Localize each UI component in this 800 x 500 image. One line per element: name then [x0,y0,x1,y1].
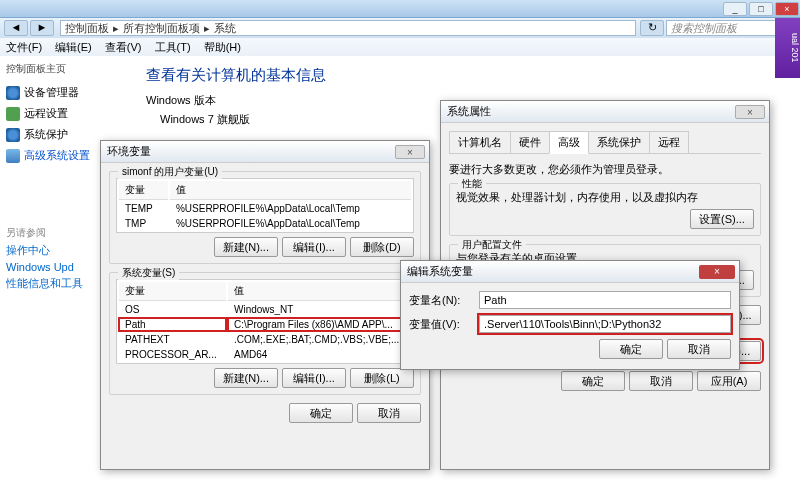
shield-icon [6,128,20,142]
tab-computer-name[interactable]: 计算机名 [449,131,511,153]
tab-advanced[interactable]: 高级 [549,131,589,154]
cancel-button[interactable]: 取消 [629,371,693,391]
ok-button[interactable]: 确定 [289,403,353,423]
var-name-label: 变量名(N): [409,293,479,308]
navigation-bar: ◄ ► 控制面板▸ 所有控制面板项▸ 系统 ↻ 搜索控制面板 [0,18,800,38]
delete-button[interactable]: 删除(D) [350,237,414,257]
ok-button[interactable]: 确定 [599,339,663,359]
tab-strip: 计算机名 硬件 高级 系统保护 远程 [449,131,761,154]
dialog-title: 环境变量 [107,144,423,159]
table-row[interactable]: PATHEXT.COM;.EXE;.BAT;.CMD;.VBS;.VBE;... [119,333,411,346]
sidebar-header: 控制面板主页 [6,62,124,76]
minimize-button[interactable]: _ [723,2,747,16]
shield-icon [6,86,20,100]
menu-bar: 文件(F) 编辑(E) 查看(V) 工具(T) 帮助(H) [0,38,800,56]
maximize-button[interactable]: □ [749,2,773,16]
delete-button[interactable]: 删除(L) [350,368,414,388]
computer-icon [6,149,20,163]
cancel-button[interactable]: 取消 [667,339,731,359]
var-value-input[interactable] [479,315,731,333]
edit-button[interactable]: 编辑(I)... [282,368,346,388]
dialog-titlebar[interactable]: 系统属性 × [441,101,769,123]
new-button[interactable]: 新建(N)... [214,237,278,257]
dialog-titlebar[interactable]: 编辑系统变量 × [401,261,739,283]
profiles-header: 用户配置文件 [458,238,526,252]
crumb[interactable]: 所有控制面板项 [123,21,200,35]
menu-file[interactable]: 文件(F) [6,41,42,53]
tab-protection[interactable]: 系统保护 [588,131,650,153]
settings-button[interactable]: 设置(S)... [690,209,754,229]
cancel-button[interactable]: 取消 [357,403,421,423]
new-button[interactable]: 新建(N)... [214,368,278,388]
env-vars-dialog: 环境变量 × simonf 的用户变量(U) 变量值 TEMP%USERPROF… [100,140,430,470]
var-name-input[interactable] [479,291,731,309]
close-icon[interactable]: × [395,145,425,159]
sys-vars-table[interactable]: 变量值 OSWindows_NT PathC:\Program Files (x… [116,279,414,364]
apply-button[interactable]: 应用(A) [697,371,761,391]
col-variable: 变量 [119,282,226,301]
user-vars-table[interactable]: 变量值 TEMP%USERPROFILE%\AppData\Local\Temp… [116,178,414,233]
user-vars-label: simonf 的用户变量(U) [118,165,222,179]
close-button[interactable]: × [775,2,799,16]
page-title: 查看有关计算机的基本信息 [146,66,784,85]
visual-studio-edge: ual 201 [775,18,800,78]
shield-icon [6,107,20,121]
menu-tools[interactable]: 工具(T) [155,41,191,53]
close-icon[interactable]: × [699,265,735,279]
table-row[interactable]: TEMP%USERPROFILE%\AppData\Local\Temp [119,202,411,215]
ok-button[interactable]: 确定 [561,371,625,391]
table-row[interactable]: PROCESSOR_AR...AMD64 [119,348,411,361]
sidebar-item-remote[interactable]: 远程设置 [6,103,124,124]
sys-vars-label: 系统变量(S) [118,266,179,280]
edit-variable-dialog: 编辑系统变量 × 变量名(N): 变量值(V): 确定 取消 [400,260,740,370]
admin-note: 要进行大多数更改，您必须作为管理员登录。 [449,162,761,177]
breadcrumb[interactable]: 控制面板▸ 所有控制面板项▸ 系统 [60,20,636,36]
dialog-title: 编辑系统变量 [407,264,733,279]
table-row[interactable]: OSWindows_NT [119,303,411,316]
var-value-label: 变量值(V): [409,317,479,332]
crumb[interactable]: 控制面板 [65,21,109,35]
menu-edit[interactable]: 编辑(E) [55,41,92,53]
table-row[interactable]: TMP%USERPROFILE%\AppData\Local\Temp [119,217,411,230]
menu-help[interactable]: 帮助(H) [204,41,241,53]
close-icon[interactable]: × [735,105,765,119]
refresh-icon[interactable]: ↻ [640,20,664,36]
tab-remote[interactable]: 远程 [649,131,689,153]
window-titlebar: _ □ × [0,0,800,18]
performance-text: 视觉效果，处理器计划，内存使用，以及虚拟内存 [456,190,754,205]
dialog-titlebar[interactable]: 环境变量 × [101,141,429,163]
tab-hardware[interactable]: 硬件 [510,131,550,153]
dialog-title: 系统属性 [447,104,763,119]
performance-header: 性能 [458,177,486,191]
edit-button[interactable]: 编辑(I)... [282,237,346,257]
sidebar-item-device-manager[interactable]: 设备管理器 [6,82,124,103]
crumb[interactable]: 系统 [214,21,236,35]
col-value: 值 [170,181,411,200]
menu-view[interactable]: 查看(V) [105,41,142,53]
col-variable: 变量 [119,181,168,200]
table-row-path[interactable]: PathC:\Program Files (x86)\AMD APP\... [119,318,411,331]
col-value: 值 [228,282,411,301]
forward-button[interactable]: ► [30,20,54,36]
back-button[interactable]: ◄ [4,20,28,36]
